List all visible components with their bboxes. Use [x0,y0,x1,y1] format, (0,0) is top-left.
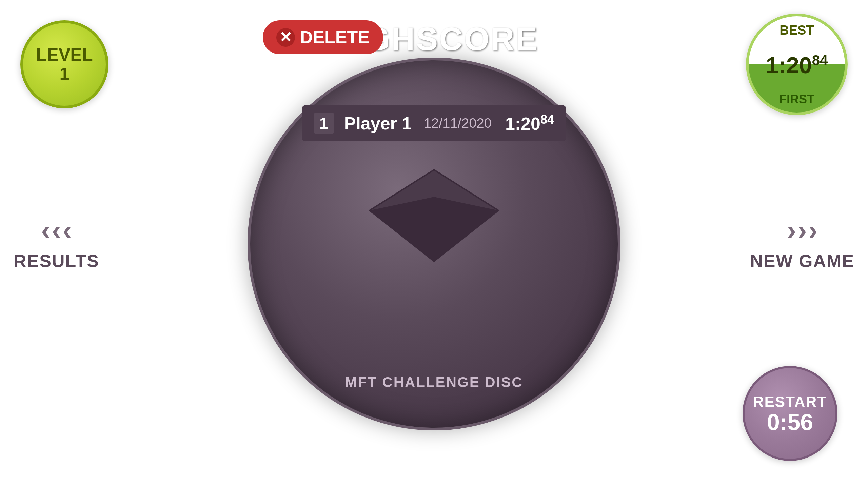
newgame-label: NEW GAME [750,251,854,271]
score-rank: 1 [314,113,334,134]
delete-label: DELETE [300,27,370,47]
chevron-left-3: ‹ [63,217,72,244]
results-chevrons: ‹ ‹ ‹ [41,217,72,244]
svg-marker-1 [370,197,498,261]
chevron-left-1: ‹ [41,217,50,244]
score-row: 1 Player 1 12/11/2020 1:2084 [302,105,566,141]
chevron-right-1: › [787,217,796,244]
score-date: 12/11/2020 [424,116,492,131]
newgame-nav[interactable]: › › › NEW GAME [750,217,854,271]
best-time: 1:2084 [766,53,828,77]
results-nav[interactable]: ‹ ‹ ‹ RESULTS [14,217,99,271]
restart-button[interactable]: RESTART 0:56 [743,366,837,461]
results-label: RESULTS [14,251,99,271]
level-circle: LEVEL 1 [20,20,108,108]
score-time: 1:2084 [505,113,554,134]
best-label: BEST [780,23,814,38]
newgame-chevrons: › › › [787,217,817,244]
disc-arrow [363,163,505,266]
level-label: LEVEL 1 [36,45,93,84]
restart-label: RESTART [753,393,827,410]
disc-label: MFT CHALLENGE DISC [345,374,523,390]
delete-x-icon: ✕ [276,28,295,47]
delete-button[interactable]: ✕ DELETE [263,20,383,54]
best-circle: BEST 1:2084 FIRST [746,14,848,115]
chevron-right-3: › [808,217,817,244]
best-rank: FIRST [779,92,814,106]
restart-time: 0:56 [767,410,813,433]
chevron-right-2: › [798,217,807,244]
chevron-left-2: ‹ [52,217,61,244]
score-player: Player 1 [344,113,412,134]
